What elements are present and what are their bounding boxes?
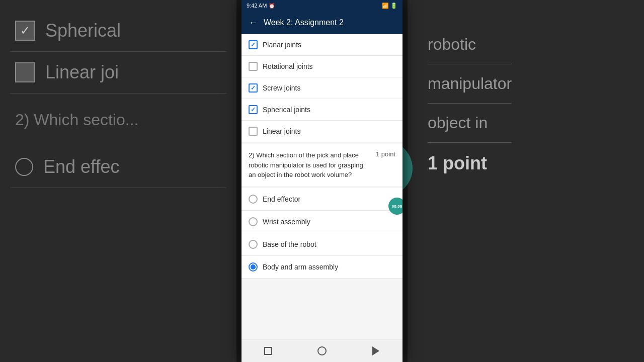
bg-point-label: 1 point: [428, 153, 512, 174]
question-2-section: 2) Which section of the pick and place r…: [242, 144, 403, 186]
bg-object-text: object in: [428, 104, 512, 143]
question-row: 2) Which section of the pick and place r…: [249, 150, 395, 180]
bg-question: 2) Which sectio...: [10, 94, 226, 146]
radio-base-label: Base of the robot: [263, 240, 316, 248]
radio-wrist-assembly[interactable]: Wrist assembly: [242, 211, 403, 233]
planar-tick: ✓: [251, 41, 256, 48]
points-badge: 1 point: [376, 150, 395, 158]
checkbox-rotational-box[interactable]: [249, 62, 258, 71]
screw-tick: ✓: [251, 84, 256, 92]
background-right: robotic manipulator object in 1 point: [408, 0, 644, 362]
radio-wrist-label: Wrist assembly: [263, 218, 310, 226]
circle-icon: [317, 346, 327, 355]
linear-label: Linear joints: [263, 127, 301, 135]
battery-icon: 🔋: [390, 3, 397, 9]
time-display: 9:42 AM: [247, 3, 267, 9]
question-body: Which section of the pick and place robo…: [249, 151, 363, 178]
square-icon: [264, 347, 272, 355]
checkbox-planar-box[interactable]: ✓: [249, 40, 258, 49]
status-bar-left: 9:42 AM ⏰: [247, 3, 275, 9]
radio-end-effector-label: End effector: [263, 195, 300, 203]
question-2-text: 2) Which section of the pick and place r…: [249, 150, 372, 180]
spherical-tick: ✓: [251, 106, 256, 113]
radio-section: End effector Wrist assembly Base of the …: [242, 188, 403, 279]
checkbox-screw[interactable]: ✓ Screw joints: [242, 77, 403, 99]
status-bar-right: 📶 🔋: [382, 3, 397, 9]
header-title: Week 2: Assignment 2: [264, 18, 344, 27]
checkbox-linear-box[interactable]: [249, 127, 258, 136]
sim-icon: 📶: [382, 3, 389, 9]
bg-end-effector-item: End effec: [10, 146, 226, 188]
background-left: ✓ Spherical Linear joi 2) Which sectio..…: [0, 0, 236, 362]
screw-label: Screw joints: [263, 84, 300, 92]
bg-radio-circle: [15, 158, 33, 176]
timer-display: 00:08: [392, 204, 402, 209]
rotational-label: Rotational joints: [263, 62, 313, 70]
checkbox-spherical[interactable]: ✓ Spherical joints: [242, 99, 403, 121]
bg-spherical-item: ✓ Spherical: [10, 10, 226, 52]
bg-linear-checkbox: [15, 62, 35, 82]
nav-home-button[interactable]: [316, 345, 328, 357]
triangle-icon: [372, 346, 379, 355]
radio-end-effector-circle[interactable]: [249, 195, 258, 204]
timer-bubble: 00:08: [388, 198, 403, 215]
bg-linear-item: Linear joi: [10, 52, 226, 94]
radio-base-circle[interactable]: [249, 240, 258, 249]
planar-label: Planar joints: [263, 41, 301, 49]
bg-manipulator-text: manipulator: [428, 64, 512, 104]
bg-end-effector-label: End effec: [43, 156, 119, 177]
radio-body-circle[interactable]: [249, 262, 258, 272]
nav-square-button[interactable]: [262, 345, 274, 357]
checkbox-linear[interactable]: Linear joints: [242, 121, 403, 142]
checkbox-planar[interactable]: ✓ Planar joints: [242, 34, 403, 56]
content-area[interactable]: ✓ Planar joints Rotational joints ✓ Scre…: [242, 34, 403, 339]
bg-spherical-checkbox: ✓: [15, 21, 35, 41]
bg-linear-label: Linear joi: [45, 62, 119, 83]
bg-check-mark: ✓: [20, 24, 30, 38]
app-header: ← Week 2: Assignment 2: [242, 11, 403, 34]
checkbox-screw-box[interactable]: ✓: [249, 83, 258, 93]
status-bar: 9:42 AM ⏰ 📶 🔋: [242, 0, 403, 11]
nav-back-button[interactable]: [370, 345, 382, 357]
radio-wrist-circle[interactable]: [249, 217, 258, 226]
spherical-label: Spherical joints: [263, 106, 310, 114]
radio-base-robot[interactable]: Base of the robot: [242, 233, 403, 256]
checkbox-section: ✓ Planar joints Rotational joints ✓ Scre…: [242, 34, 403, 142]
radio-body-arm[interactable]: Body and arm assembly: [242, 256, 403, 279]
radio-end-effector[interactable]: End effector: [242, 188, 403, 211]
back-button[interactable]: ←: [249, 18, 258, 28]
checkbox-rotational[interactable]: Rotational joints: [242, 56, 403, 77]
checkbox-spherical-box[interactable]: ✓: [249, 105, 258, 114]
radio-body-label: Body and arm assembly: [263, 263, 338, 271]
bg-right-content: robotic manipulator object in 1 point: [428, 10, 512, 174]
bg-robotic-text: robotic: [428, 25, 512, 64]
bg-spherical-label: Spherical: [45, 20, 121, 41]
alarm-icon: ⏰: [269, 3, 275, 9]
navigation-bar: [242, 339, 403, 362]
question-number: 2): [249, 151, 255, 159]
phone-container: 9:42 AM ⏰ 📶 🔋 ← Week 2: Assignment 2 ✓ P…: [242, 0, 403, 362]
